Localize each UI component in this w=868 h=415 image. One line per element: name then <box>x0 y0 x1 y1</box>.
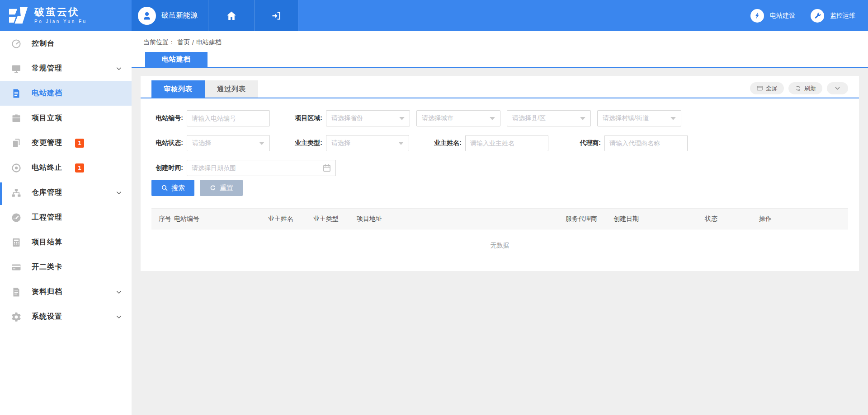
search-button[interactable]: 搜索 <box>151 180 194 196</box>
app-header: 破茧云伏 Po Jian Yun Fu 破茧新能源 <box>0 0 868 31</box>
sidebar-nav: 控制台 常规管理 电站建档 项目立项 变更管理 1 电站终止 1 <box>0 31 132 415</box>
logo-subtitle: Po Jian Yun Fu <box>34 19 87 24</box>
refresh-button[interactable]: 刷新 <box>788 82 822 94</box>
breadcrumb-prefix: 当前位置： <box>143 38 175 47</box>
breadcrumb: 当前位置： 首页 / 电站建档 <box>132 31 868 52</box>
breadcrumb-current: 电站建档 <box>196 38 222 47</box>
sidebar-item-label: 控制台 <box>32 39 55 48</box>
col-status: 状态 <box>701 209 755 229</box>
station-status-placeholder: 请选择 <box>192 139 211 147</box>
module-label: 电站建设 <box>770 12 795 20</box>
sidebar-item-engineering-management[interactable]: 工程管理 <box>0 205 132 230</box>
caret-down-icon <box>399 117 405 120</box>
empty-state-text: 无数据 <box>151 229 848 262</box>
user-menu[interactable]: 破茧新能源 <box>132 0 208 31</box>
field-owner-type: 业主类型: 请选择 <box>291 135 409 151</box>
page-top-bar: 当前位置： 首页 / 电站建档 电站建档 <box>132 31 868 68</box>
logout-button[interactable] <box>255 0 298 31</box>
sidebar-item-console[interactable]: 控制台 <box>0 31 132 56</box>
breadcrumb-separator: / <box>192 39 194 46</box>
field-create-time: 创建时间: <box>151 160 336 176</box>
login-arrow-icon <box>271 10 282 21</box>
field-owner-name: 业主姓名: <box>430 135 548 151</box>
owner-type-placeholder: 请选择 <box>331 139 350 147</box>
sidebar-item-data-archive[interactable]: 资料归档 <box>0 280 132 304</box>
app-logo: 破茧云伏 Po Jian Yun Fu <box>0 0 132 31</box>
module-monitoring-ops[interactable]: 监控运维 <box>811 9 855 23</box>
project-region-label: 项目区域: <box>291 114 322 122</box>
sidebar-item-system-settings[interactable]: 系统设置 <box>0 304 132 329</box>
sitemap-icon <box>11 187 22 198</box>
col-project-address: 项目地址 <box>353 209 562 229</box>
sidebar-item-label: 系统设置 <box>32 312 62 322</box>
chevron-down-icon <box>115 189 123 196</box>
sidebar-scrollbar[interactable] <box>0 182 2 205</box>
agent-input[interactable] <box>604 135 688 151</box>
sidebar-item-label: 常规管理 <box>32 64 62 73</box>
sidebar-item-change-management[interactable]: 变更管理 1 <box>0 131 132 155</box>
chevron-down-icon <box>115 65 123 72</box>
chevron-down-icon <box>115 313 123 321</box>
user-avatar-icon <box>138 7 156 25</box>
monitor-icon <box>11 63 22 74</box>
dashboard-icon <box>11 38 22 49</box>
col-owner-name: 业主姓名 <box>264 209 310 229</box>
create-time-label: 创建时间: <box>151 164 183 172</box>
sidebar-item-label: 工程管理 <box>32 213 62 222</box>
owner-type-label: 业主类型: <box>291 139 322 147</box>
col-service-agent: 服务代理商 <box>562 209 610 229</box>
owner-type-select[interactable]: 请选择 <box>326 135 409 151</box>
filter-row-3: 创建时间: <box>151 160 848 176</box>
sidebar-item-general-management[interactable]: 常规管理 <box>0 56 132 81</box>
caret-down-icon <box>670 117 676 120</box>
sidebar-item-label: 项目结算 <box>32 238 62 247</box>
caret-down-icon <box>580 117 585 120</box>
field-project-region: 项目区域: 请选择省份 请选择城市 请选择县/区 请选择村镇/街道 <box>291 110 681 126</box>
sidebar-item-project-initiation[interactable]: 项目立项 <box>0 106 132 131</box>
card-toolbar: 全屏 刷新 <box>750 82 848 94</box>
main-content: 当前位置： 首页 / 电站建档 电站建档 审核列表 通过列表 全屏 <box>132 31 868 415</box>
sidebar-item-station-filing[interactable]: 电站建档 <box>0 81 132 106</box>
caret-down-icon <box>398 142 404 145</box>
province-select[interactable]: 请选择省份 <box>326 110 410 126</box>
tab-review-list[interactable]: 审核列表 <box>151 80 205 98</box>
sidebar-item-project-settlement[interactable]: 项目结算 <box>0 230 132 255</box>
briefcase-icon <box>11 113 22 124</box>
sidebar-item-label: 开二类卡 <box>32 262 62 272</box>
page-tab-station-filing[interactable]: 电站建档 <box>145 52 208 67</box>
table-header-row: 序号 电站编号 业主姓名 业主类型 项目地址 服务代理商 创建日期 状态 操作 <box>151 209 848 229</box>
sidebar-item-station-termination[interactable]: 电站终止 1 <box>0 155 132 180</box>
caret-down-icon <box>490 117 495 120</box>
filter-row-1: 电站编号: 项目区域: 请选择省份 请选择城市 请选择县/区 <box>151 110 848 126</box>
sidebar-item-warehouse-management[interactable]: 仓库管理 <box>0 180 132 205</box>
accent-divider <box>132 67 868 68</box>
field-station-no: 电站编号: <box>151 110 270 126</box>
breadcrumb-home-link[interactable]: 首页 <box>177 38 190 47</box>
notification-badge: 1 <box>75 163 84 173</box>
tab-passed-list[interactable]: 通过列表 <box>205 80 258 98</box>
fullscreen-label: 全屏 <box>766 84 778 93</box>
module-station-construction[interactable]: 电站建设 <box>750 9 795 23</box>
sidebar-item-open-class2-card[interactable]: 开二类卡 <box>0 255 132 280</box>
district-select[interactable]: 请选择县/区 <box>507 110 591 126</box>
town-placeholder: 请选择村镇/街道 <box>603 114 649 122</box>
chevron-down-icon <box>115 289 123 296</box>
field-station-status: 电站状态: 请选择 <box>151 135 270 151</box>
logo-mark-icon <box>8 6 29 25</box>
station-no-input[interactable] <box>187 110 270 126</box>
date-range-input[interactable] <box>187 160 336 176</box>
fullscreen-button[interactable]: 全屏 <box>750 82 784 94</box>
reset-button[interactable]: 重置 <box>200 180 243 196</box>
document-icon <box>11 88 22 99</box>
date-range-picker[interactable] <box>187 160 336 176</box>
owner-name-input[interactable] <box>465 135 548 151</box>
archive-file-icon <box>11 287 22 298</box>
city-select[interactable]: 请选择城市 <box>416 110 500 126</box>
refresh-icon <box>795 85 802 92</box>
company-name: 破茧新能源 <box>161 11 198 20</box>
station-status-select[interactable]: 请选择 <box>187 135 270 151</box>
town-select[interactable]: 请选择村镇/街道 <box>597 110 681 126</box>
collapse-filters-button[interactable] <box>827 82 848 94</box>
caret-down-icon <box>259 142 264 145</box>
home-button[interactable] <box>208 0 255 31</box>
